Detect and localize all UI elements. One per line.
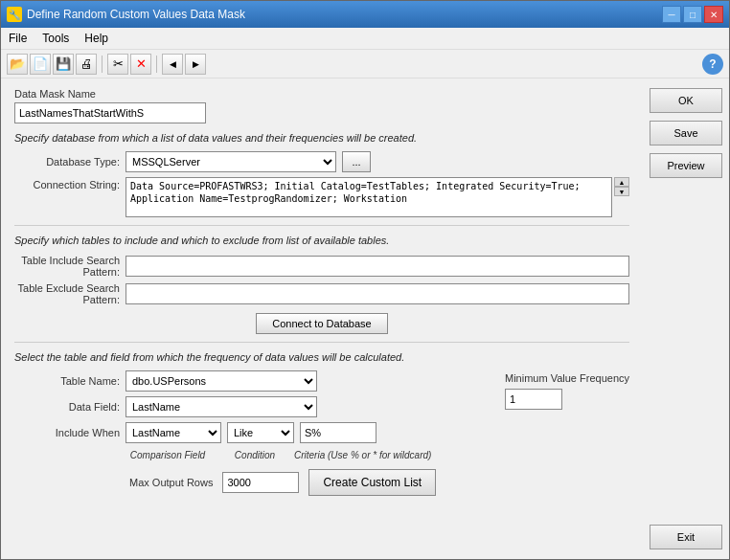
min-freq-input[interactable] (505, 389, 562, 410)
right-panel: OK Save Preview Exit (643, 78, 729, 559)
minimize-button[interactable]: ─ (662, 6, 681, 23)
data-field-select[interactable]: LastName (125, 396, 317, 417)
title-buttons: ─ □ ✕ (662, 6, 723, 23)
min-freq-label: Minimum Value Frequency (505, 372, 629, 384)
table-name-label: Table Name: (14, 375, 120, 387)
data-mask-group: Data Mask Name (14, 88, 629, 123)
toolbar-print[interactable]: 🖨 (76, 54, 97, 75)
data-mask-label: Data Mask Name (14, 88, 629, 100)
toolbar-btn1[interactable]: ◀ (162, 54, 183, 75)
section1-title: Specify database from which a list of da… (14, 131, 629, 146)
title-bar-left: 🔧 Define Random Custom Values Data Mask (7, 7, 245, 22)
close-button[interactable]: ✕ (704, 6, 723, 23)
table-exclude-row: Table Exclude Search Pattern: (14, 282, 629, 305)
window-title: Define Random Custom Values Data Mask (27, 8, 245, 21)
comparison-field-label: Comparison Field (120, 448, 216, 461)
data-mask-input[interactable] (14, 102, 206, 123)
include-when-row: Include When LastName Like (14, 422, 495, 443)
toolbar-delete[interactable]: ✕ (130, 54, 151, 75)
ellipsis-button[interactable]: ... (342, 151, 371, 172)
table-name-row: Table Name: dbo.USPersons (14, 370, 495, 392)
data-field-row: Data Field: LastName (14, 396, 495, 417)
connect-to-database-button[interactable]: Connect to Database (256, 313, 387, 334)
maximize-button[interactable]: □ (683, 6, 702, 23)
divider1 (14, 225, 629, 226)
database-type-row: Database Type: MSSQLServer ... (14, 151, 629, 172)
table-minfreq-group: Table Name: dbo.USPersons Data Field: La… (14, 370, 629, 461)
min-freq-group: Minimum Value Frequency (505, 370, 629, 410)
include-when-label: Include When (14, 427, 120, 438)
toolbar-open[interactable]: 📂 (7, 54, 28, 75)
data-field-label: Data Field: (14, 401, 120, 413)
connection-string-wrapper: Data Source=PROFASTWRS3; Initial Catalog… (125, 177, 629, 217)
ok-button[interactable]: OK (650, 88, 722, 113)
toolbar-save[interactable]: 💾 (53, 54, 74, 75)
form-area: Data Mask Name Specify database from whi… (1, 78, 643, 559)
connection-string-row: Connection String: Data Source=PROFASTWR… (14, 177, 629, 217)
table-fields-group: Table Name: dbo.USPersons Data Field: La… (14, 370, 495, 461)
save-button[interactable]: Save (650, 121, 722, 146)
conn-scroll-up[interactable]: ▲ (614, 177, 629, 187)
menubar: File Tools Help (1, 28, 729, 50)
conn-scroll-down[interactable]: ▼ (614, 187, 629, 196)
toolbar-sep1 (102, 56, 103, 73)
database-type-select[interactable]: MSSQLServer (125, 151, 336, 172)
preview-button[interactable]: Preview (650, 153, 722, 178)
include-when-criteria-input[interactable] (300, 422, 376, 443)
menu-tools[interactable]: Tools (34, 30, 77, 47)
create-custom-list-button[interactable]: Create Custom List (308, 469, 436, 496)
include-labels-row: Comparison Field Condition Criteria (Use… (120, 448, 495, 461)
help-button[interactable]: ? (702, 54, 723, 75)
toolbar-sep2 (156, 56, 157, 73)
toolbar: 📂 📄 💾 🖨 ✂ ✕ ◀ ▶ ? (1, 50, 729, 78)
section2-title: Specify which tables to include and whic… (14, 234, 629, 248)
condition-label: Condition (221, 448, 288, 461)
menu-file[interactable]: File (1, 30, 34, 47)
table-include-input[interactable] (125, 256, 629, 277)
max-output-label: Max Output Rows (129, 477, 213, 488)
max-output-input[interactable] (222, 472, 299, 493)
connect-btn-wrapper: Connect to Database (14, 313, 629, 334)
table-exclude-label: Table Exclude Search Pattern: (14, 282, 120, 305)
main-window: 🔧 Define Random Custom Values Data Mask … (0, 0, 730, 560)
bottom-row: Max Output Rows Create Custom List (14, 469, 629, 496)
table-include-row: Table Include Search Pattern: (14, 255, 629, 278)
section3-title: Select the table and field from which th… (14, 350, 629, 365)
conn-scroll-btns: ▲ ▼ (614, 177, 629, 196)
include-when-field-select[interactable]: LastName (125, 422, 221, 443)
main-content: Data Mask Name Specify database from whi… (1, 78, 729, 559)
exit-button[interactable]: Exit (650, 525, 722, 549)
connection-string-input[interactable]: Data Source=PROFASTWRS3; Initial Catalog… (125, 177, 612, 217)
menu-help[interactable]: Help (77, 30, 116, 47)
toolbar-new[interactable]: 📄 (30, 54, 51, 75)
table-name-select[interactable]: dbo.USPersons (125, 370, 317, 392)
include-when-condition-select[interactable]: Like (227, 422, 294, 443)
toolbar-cut[interactable]: ✂ (107, 54, 128, 75)
table-exclude-input[interactable] (125, 283, 629, 304)
database-type-label: Database Type: (14, 156, 120, 168)
connection-string-label: Connection String: (14, 177, 120, 190)
window-icon: 🔧 (7, 7, 22, 22)
divider2 (14, 342, 629, 343)
title-bar: 🔧 Define Random Custom Values Data Mask … (1, 1, 729, 28)
table-include-label: Table Include Search Pattern: (14, 255, 120, 278)
toolbar-btn2[interactable]: ▶ (185, 54, 206, 75)
criteria-hint-label: Criteria (Use % or * for wildcard) (294, 448, 447, 461)
